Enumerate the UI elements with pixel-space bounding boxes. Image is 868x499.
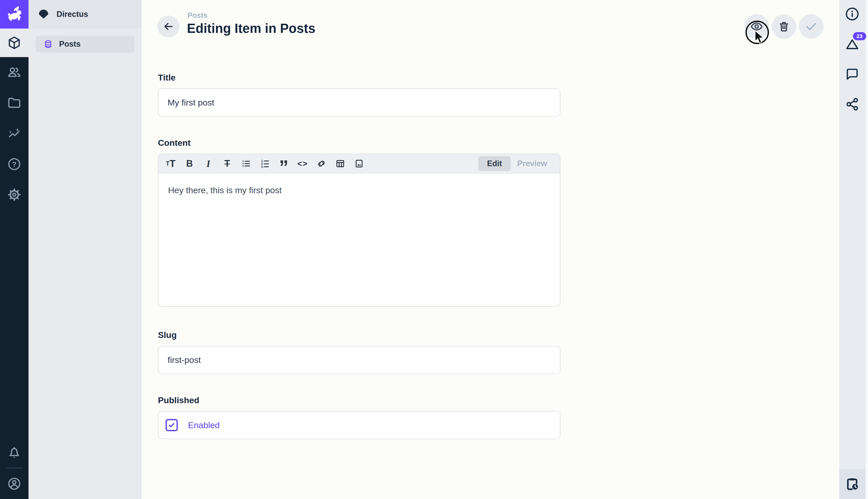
revisions-sidebar-button[interactable]: 23 <box>844 36 860 52</box>
code-icon[interactable] <box>297 157 309 171</box>
slug-field-label: Slug <box>158 330 560 340</box>
content-editor: 1 2 3 <box>158 154 560 307</box>
header-actions <box>744 14 823 39</box>
edit-tab[interactable]: Edit <box>478 156 511 171</box>
eye-icon <box>750 20 763 33</box>
nav-item-posts[interactable]: Posts <box>36 36 135 52</box>
strikethrough-icon[interactable] <box>221 157 233 171</box>
heading-icon[interactable] <box>165 157 177 171</box>
nav-item-label: Posts <box>59 39 80 49</box>
table-icon[interactable] <box>334 157 347 171</box>
insights-chart-icon <box>7 126 22 141</box>
arrow-left-icon <box>163 21 174 32</box>
content-textarea[interactable]: Hey there, this is my first post <box>159 173 560 306</box>
published-checkbox-label[interactable]: Enabled <box>188 420 220 430</box>
share-icon <box>844 96 860 112</box>
project-fan-icon <box>38 9 49 20</box>
editor-mode-switch: Edit Preview <box>478 156 554 171</box>
bullet-list-icon[interactable] <box>240 157 252 171</box>
title-input[interactable] <box>158 88 560 117</box>
back-button[interactable] <box>158 15 179 37</box>
bell-icon <box>7 445 22 460</box>
nav-sidebar: Directus Posts <box>28 0 142 499</box>
trash-icon <box>777 20 791 33</box>
project-name: Directus <box>56 10 88 19</box>
module-insights[interactable] <box>0 118 28 149</box>
right-sidebar: 23 <box>839 0 865 499</box>
gear-icon <box>7 187 22 202</box>
check-icon <box>805 20 818 33</box>
preview-tab[interactable]: Preview <box>511 156 554 171</box>
module-bar: ? <box>0 0 28 499</box>
folder-icon <box>7 96 22 110</box>
directus-rabbit-icon <box>5 5 23 23</box>
editor-toolbar: 1 2 3 <box>159 154 560 173</box>
slug-input[interactable] <box>158 346 560 374</box>
directus-logo-tile[interactable] <box>0 0 28 28</box>
page-title: Editing Item in Posts <box>187 21 315 36</box>
checkbox-check-icon <box>167 421 176 429</box>
published-checkbox[interactable] <box>165 419 178 431</box>
users-icon <box>7 65 22 80</box>
main-content: Posts Editing Item in Posts T <box>142 0 839 499</box>
title-field-label: Title <box>158 73 560 83</box>
share-sidebar-button[interactable] <box>844 96 860 112</box>
delete-item-button[interactable] <box>772 14 796 39</box>
database-icon <box>44 40 52 48</box>
item-form: Title Content 1 <box>158 73 560 439</box>
module-help[interactable]: ? <box>0 149 28 180</box>
link-icon[interactable] <box>315 157 328 171</box>
published-field: Enabled <box>158 411 560 439</box>
scrollbar-track[interactable] <box>865 0 868 499</box>
bold-icon[interactable] <box>184 157 196 171</box>
info-sidebar-button[interactable] <box>844 6 860 22</box>
ordered-list-icon[interactable]: 1 2 3 <box>259 157 271 171</box>
clipboard-clock-icon <box>844 476 860 492</box>
comments-sidebar-button[interactable] <box>844 66 860 82</box>
comment-icon <box>844 66 860 82</box>
revisions-badge: 23 <box>853 32 866 40</box>
svg-text:3: 3 <box>261 165 263 169</box>
info-icon <box>844 6 860 22</box>
project-header[interactable]: Directus <box>28 0 142 28</box>
content-field-label: Content <box>158 138 560 148</box>
svg-text:?: ? <box>12 160 16 168</box>
nav-body: Posts <box>28 28 142 52</box>
module-collections-active[interactable] <box>0 28 28 57</box>
published-field-label: Published <box>158 395 560 405</box>
help-icon: ? <box>7 157 22 171</box>
module-settings[interactable] <box>0 180 28 210</box>
blockquote-icon[interactable] <box>278 157 290 171</box>
image-icon[interactable] <box>353 157 365 171</box>
avatar-icon <box>7 476 22 491</box>
italic-icon[interactable] <box>202 157 214 171</box>
module-bar-bottom <box>0 434 28 499</box>
account-button[interactable] <box>0 468 28 499</box>
notifications-button[interactable] <box>0 437 28 468</box>
activity-toggle[interactable] <box>839 469 865 499</box>
breadcrumb[interactable]: Posts <box>187 11 207 20</box>
cube-icon <box>7 35 22 50</box>
module-users[interactable] <box>0 57 28 88</box>
module-files[interactable] <box>0 88 28 118</box>
preview-item-button[interactable] <box>744 14 769 39</box>
save-button[interactable] <box>799 14 823 39</box>
